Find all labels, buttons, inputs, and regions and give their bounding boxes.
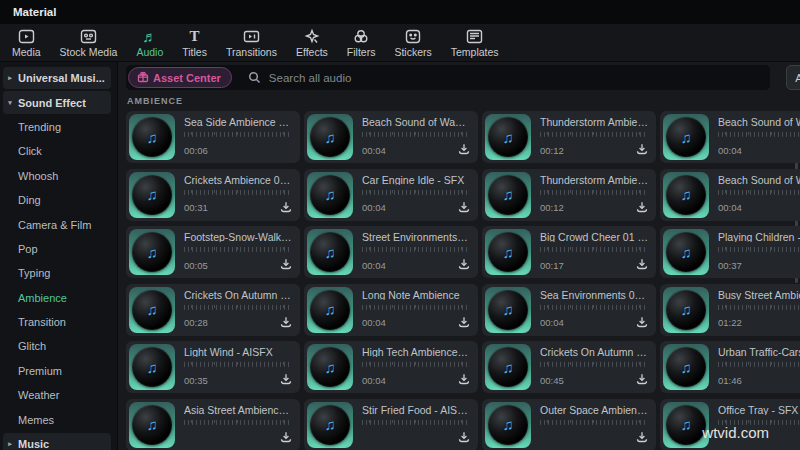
audio-card[interactable]: ♫ Urban Traffic-Cars Passin... 01:46 bbox=[660, 341, 800, 393]
sidebar-item[interactable]: Ding bbox=[0, 188, 117, 212]
download-icon[interactable] bbox=[280, 256, 292, 274]
download-icon[interactable] bbox=[458, 199, 470, 217]
download-icon[interactable] bbox=[458, 429, 470, 447]
waveform bbox=[362, 190, 470, 195]
waveform bbox=[540, 420, 648, 425]
sidebar-item[interactable]: Weather bbox=[0, 383, 117, 407]
sidebar-item[interactable]: Whoosh bbox=[0, 164, 117, 188]
audio-card[interactable]: ♫ Footstep-Snow-Walk - SFX 00:05 bbox=[126, 226, 300, 278]
vinyl-disc-icon: ♫ bbox=[488, 405, 528, 445]
download-icon[interactable] bbox=[280, 429, 292, 447]
sidebar-item[interactable]: ▸ Universal Musi... bbox=[0, 66, 117, 90]
audio-card[interactable]: ♫ Thunderstorm Ambience 05 00:12 bbox=[482, 169, 656, 221]
audio-card[interactable]: ♫ Street Environments 01 - S... 00:04 bbox=[304, 226, 478, 278]
sidebar-item-label: Premium bbox=[18, 365, 62, 377]
download-icon[interactable] bbox=[280, 314, 292, 332]
sidebar-item[interactable]: Pop bbox=[0, 237, 117, 261]
sidebar-item[interactable]: Typing bbox=[0, 261, 117, 285]
music-note-icon: ♫ bbox=[324, 244, 335, 261]
sidebar-item[interactable]: Camera & Film bbox=[0, 212, 117, 236]
audio-duration: 00:04 bbox=[718, 202, 742, 213]
audio-card[interactable]: ♫ Car Engine Idle - SFX 00:04 bbox=[304, 169, 478, 221]
tab-stickers[interactable]: Stickers bbox=[391, 24, 434, 58]
audio-title: Crickets On Autumn Night... bbox=[540, 346, 648, 357]
audio-title: High Tech Ambience - SFX bbox=[362, 346, 470, 357]
search-input[interactable]: Search all audio bbox=[269, 72, 351, 84]
audio-grid: ♫ Sea Side Ambience 05 - SFX 00:06 bbox=[126, 111, 800, 450]
audio-thumbnail: ♫ bbox=[129, 172, 175, 218]
tab-stock-media[interactable]: Stock Media bbox=[57, 24, 121, 58]
download-icon[interactable] bbox=[280, 199, 292, 217]
audio-title: Light Wind - AISFX bbox=[184, 346, 292, 357]
vinyl-disc-icon: ♫ bbox=[132, 175, 172, 215]
tab-templates[interactable]: Templates bbox=[448, 24, 502, 58]
sidebar-item[interactable]: ▾ Sound Effect bbox=[0, 90, 117, 114]
audio-card[interactable]: ♫ Beach Sound of Waves 0... 00:04 bbox=[660, 169, 800, 221]
audio-title: Office Tray - SFX bbox=[718, 404, 800, 415]
audio-card[interactable]: ♫ Light Wind - AISFX 00:35 bbox=[126, 341, 300, 393]
download-icon[interactable] bbox=[636, 314, 648, 332]
audio-card[interactable]: ♫ Crickets On Autumn Night... 00:28 bbox=[126, 284, 300, 336]
audio-card[interactable]: ♫ Stir Fried Food - AISFX bbox=[304, 399, 478, 450]
audio-card[interactable]: ♫ Crickets On Autumn Night... 00:45 bbox=[482, 341, 656, 393]
sidebar-item[interactable]: Transition bbox=[0, 310, 117, 334]
audio-thumbnail: ♫ bbox=[485, 172, 531, 218]
sidebar-item[interactable]: ▸ Music bbox=[0, 432, 117, 450]
waveform bbox=[540, 362, 648, 367]
corner-button[interactable]: A bbox=[786, 65, 800, 90]
audio-card[interactable]: ♫ Asia Street Ambience - AIS... bbox=[126, 399, 300, 450]
audio-title: Crickets On Autumn Night... bbox=[184, 289, 292, 300]
audio-card[interactable]: ♫ Beach Sound of Waves 07 ... 00:04 bbox=[304, 111, 478, 163]
sidebar-item[interactable]: Click bbox=[0, 139, 117, 163]
download-icon[interactable] bbox=[458, 314, 470, 332]
sidebar-item-label: Transition bbox=[18, 316, 66, 328]
download-icon[interactable] bbox=[636, 371, 648, 389]
audio-card[interactable]: ♫ Big Crowd Cheer 01 - AISFX 00:17 bbox=[482, 226, 656, 278]
sidebar-item-label: Glitch bbox=[18, 340, 46, 352]
tab-filters[interactable]: Filters bbox=[344, 24, 379, 58]
vinyl-disc-icon: ♫ bbox=[310, 405, 350, 445]
audio-card[interactable]: ♫ Crickets Ambience 01 - AI... 00:31 bbox=[126, 169, 300, 221]
waveform bbox=[540, 305, 648, 310]
download-icon[interactable] bbox=[458, 141, 470, 159]
download-icon[interactable] bbox=[636, 256, 648, 274]
audio-card[interactable]: ♫ Thunderstorm Ambience 07 00:12 bbox=[482, 111, 656, 163]
music-note-icon: ♫ bbox=[146, 244, 157, 261]
audio-card[interactable]: ♫ Sea Side Ambience 05 - SFX 00:06 bbox=[126, 111, 300, 163]
audio-thumbnail: ♫ bbox=[307, 114, 353, 160]
sidebar-item[interactable]: Premium bbox=[0, 359, 117, 383]
sidebar-item-label: Typing bbox=[18, 267, 50, 279]
tab-effects[interactable]: Effects bbox=[293, 24, 331, 58]
audio-card[interactable]: ♫ Long Note Ambience 00:04 bbox=[304, 284, 478, 336]
audio-card[interactable]: ♫ Busy Street Ambience 02... 01:22 bbox=[660, 284, 800, 336]
tab-transitions[interactable]: Transitions bbox=[223, 24, 280, 58]
audio-card[interactable]: ♫ High Tech Ambience - SFX 00:04 bbox=[304, 341, 478, 393]
sidebar-item[interactable]: Ambience bbox=[0, 286, 117, 310]
asset-center-button[interactable]: Asset Center bbox=[128, 67, 232, 88]
tab-titles[interactable]: T Titles bbox=[179, 24, 210, 58]
download-icon[interactable] bbox=[636, 429, 648, 447]
audio-thumbnail: ♫ bbox=[129, 344, 175, 390]
audio-title: Busy Street Ambience 02... bbox=[718, 289, 800, 300]
audio-card[interactable]: ♫ Beach Sound of Waves 0... 00:04 bbox=[660, 111, 800, 163]
download-icon[interactable] bbox=[636, 199, 648, 217]
audio-card[interactable]: ♫ Outer Space Ambience 01 ... bbox=[482, 399, 656, 450]
music-note-icon: ♫ bbox=[146, 301, 157, 318]
search-bar[interactable]: Asset Center Search all audio bbox=[126, 65, 770, 90]
download-icon[interactable] bbox=[458, 256, 470, 274]
search-icon bbox=[248, 71, 261, 84]
tab-media[interactable]: Media bbox=[9, 24, 44, 58]
download-icon[interactable] bbox=[458, 371, 470, 389]
audio-title: Urban Traffic-Cars Passin... bbox=[718, 346, 800, 357]
download-icon[interactable] bbox=[280, 371, 292, 389]
sidebar-item[interactable]: Glitch bbox=[0, 334, 117, 358]
audio-card[interactable]: ♫ Sea Environments 09 - SFX 00:04 bbox=[482, 284, 656, 336]
sidebar-item[interactable]: Trending bbox=[0, 115, 117, 139]
download-icon[interactable] bbox=[636, 141, 648, 159]
music-note-icon: ♫ bbox=[502, 301, 513, 318]
sidebar-item[interactable]: Memes bbox=[0, 407, 117, 431]
waveform bbox=[184, 362, 292, 367]
tab-audio[interactable]: ♬ Audio bbox=[133, 24, 166, 58]
audio-card[interactable]: ♫ Playing Children - AISFX 00:37 bbox=[660, 226, 800, 278]
audio-thumbnail: ♫ bbox=[663, 229, 709, 275]
